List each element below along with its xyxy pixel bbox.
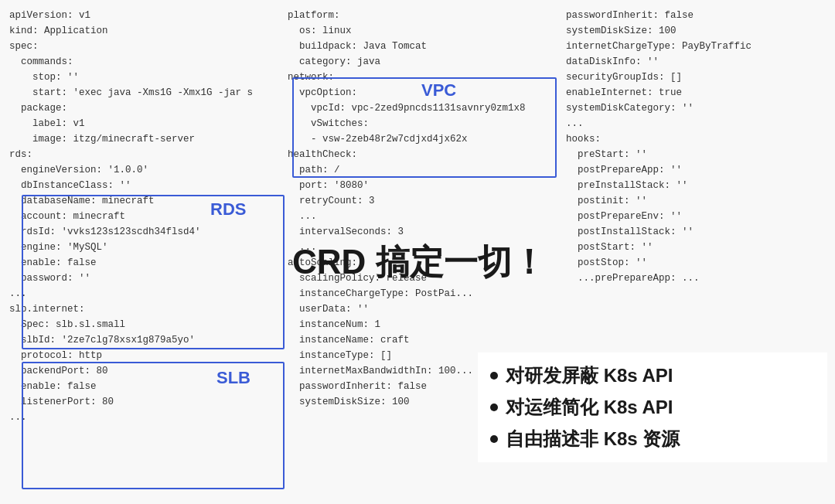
bullet-item-3: 自由描述非 K8s 资源 [490, 424, 815, 455]
bullet-dot-1 [490, 372, 498, 380]
bullet-item-2: 对运维简化 K8s API [490, 392, 815, 424]
slb-label: SLB [216, 368, 250, 388]
vpc-label: VPC [421, 80, 456, 100]
bullet-text-1: 对研发屏蔽 K8s API [506, 360, 673, 392]
bullet-item-1: 对研发屏蔽 K8s API [490, 360, 815, 392]
bullet-text-3: 自由描述非 K8s 资源 [506, 424, 680, 455]
crd-title: CRD 搞定一切！ [292, 240, 546, 285]
bullet-text-2: 对运维简化 K8s API [506, 392, 673, 424]
bullet-panel: 对研发屏蔽 K8s API 对运维简化 K8s API 自由描述非 K8s 资源 [478, 352, 827, 462]
rds-label: RDS [210, 199, 246, 220]
bullet-dot-3 [490, 435, 498, 443]
bullet-dot-2 [490, 404, 498, 411]
